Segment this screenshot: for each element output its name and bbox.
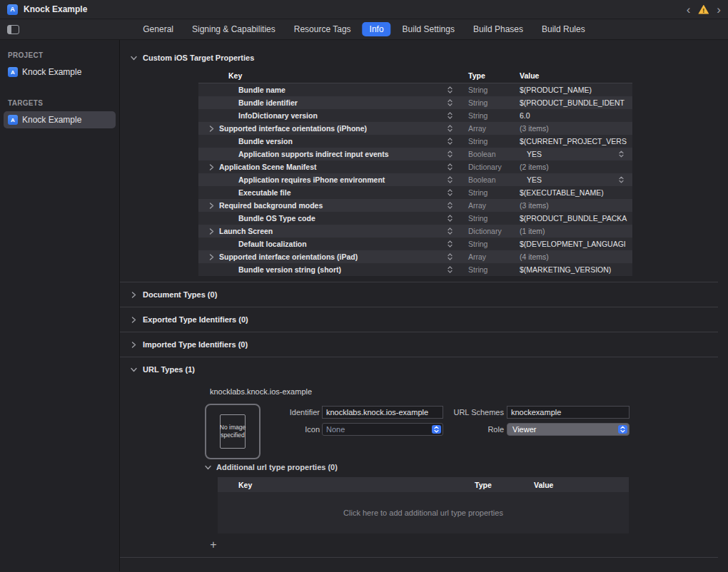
url-type-image-well[interactable]: No image specified [205,404,261,459]
row-type[interactable]: String [462,135,520,148]
additional-table-header: Key Type Value [218,477,629,492]
plist-row[interactable]: Bundle identifierString$(PRODUCT_BUNDLE_… [198,96,632,109]
stepper-icon[interactable] [448,138,453,145]
stepper-icon[interactable] [448,240,453,248]
plist-row[interactable]: Required background modesArray(3 items) [198,199,632,212]
warning-icon[interactable]: ! [698,5,709,14]
row-value[interactable]: YES [527,175,542,184]
target-icon: A [8,67,18,77]
stepper-icon[interactable] [448,202,453,210]
sidebar-item-knock-example[interactable]: AKnock Example [4,63,116,81]
row-type[interactable]: Boolean [462,173,520,186]
additional-properties-placeholder[interactable]: Click here to add additional url type pr… [218,492,629,533]
row-key: Bundle version string (short) [238,265,341,274]
plist-row[interactable]: Supported interface orientations (iPad)A… [198,250,632,263]
url-schemes-input[interactable] [507,406,630,419]
dropdown-arrows-icon [618,425,627,434]
row-value[interactable]: YES [527,150,542,158]
plist-row[interactable]: Application Scene ManifestDictionary(2 i… [198,160,632,173]
row-type[interactable]: Dictionary [462,225,520,238]
plist-row[interactable]: Supported interface orientations (iPhone… [198,122,632,135]
row-type[interactable]: String [462,96,520,109]
section-custom-ios-target-properties[interactable]: Custom iOS Target Properties [120,40,728,62]
tab-build-phases[interactable]: Build Phases [466,22,530,36]
tab-info[interactable]: Info [363,22,391,36]
icon-dropdown[interactable]: None [322,423,443,436]
stepper-icon[interactable] [448,176,453,184]
row-key: Launch Screen [219,227,273,235]
stepper-icon[interactable] [448,253,453,261]
stepper-icon[interactable] [448,112,453,120]
divider [120,557,718,558]
forward-button[interactable]: › [717,4,721,16]
plist-row[interactable]: Bundle version string (short)String$(MAR… [198,263,632,276]
stepper-icon[interactable] [448,150,453,158]
row-type[interactable]: Array [462,199,520,212]
section-url-types[interactable]: URL Types (1) [120,357,728,378]
tab-build-settings[interactable]: Build Settings [395,22,462,36]
section-exported-type-identifiers-0-[interactable]: Exported Type Identifiers (0) [120,307,728,332]
row-key: Bundle OS Type code [238,214,315,223]
plist-row[interactable]: Bundle versionString$(CURRENT_PROJECT_VE… [198,135,632,148]
row-type[interactable]: String [462,83,520,96]
tab-general[interactable]: General [136,22,181,36]
stepper-icon[interactable] [448,99,453,107]
tab-bar: GeneralSigning & CapabilitiesResource Ta… [136,22,592,36]
role-dropdown[interactable]: Viewer [507,423,630,436]
row-key: Application requires iPhone environment [238,175,385,184]
sidebar-toggle-icon[interactable] [7,25,19,34]
section-document-types-0-[interactable]: Document Types (0) [120,282,728,307]
tab-build-rules[interactable]: Build Rules [535,22,592,36]
plist-row[interactable]: Application supports indirect input even… [198,148,632,160]
row-type[interactable]: Dictionary [462,160,520,173]
row-type[interactable]: String [462,238,520,250]
row-value: $(CURRENT_PROJECT_VERS [520,137,627,145]
row-type[interactable]: Array [462,122,520,135]
disclosure-chevron-icon[interactable] [209,254,214,260]
plist-row[interactable]: Application requires iPhone environmentB… [198,173,632,186]
disclosure-chevron-icon[interactable] [209,228,214,235]
back-button[interactable]: ‹ [687,4,691,16]
identifier-input[interactable] [322,406,443,419]
app-icon: A [7,4,18,15]
tab-resource-tags[interactable]: Resource Tags [287,22,358,36]
row-key: Supported interface orientations (iPhone… [219,124,367,133]
stepper-icon[interactable] [619,176,624,183]
plist-row[interactable]: InfoDictionary versionString6.0 [198,109,632,122]
disclosure-chevron-icon[interactable] [209,164,214,170]
plist-row[interactable]: Launch ScreenDictionary(1 item) [198,225,632,238]
row-type[interactable]: Array [462,250,520,263]
plist-row[interactable]: Bundle OS Type codeString$(PRODUCT_BUNDL… [198,212,632,225]
row-type[interactable]: String [462,263,520,276]
stepper-icon[interactable] [448,163,453,171]
stepper-icon[interactable] [448,228,453,235]
additional-properties-header[interactable]: Additional url type properties (0) [205,463,338,471]
plist-row[interactable]: Bundle nameString$(PRODUCT_NAME) [198,83,632,96]
row-type[interactable]: String [462,186,520,199]
row-value: (2 items) [520,163,549,171]
add-url-type-button[interactable]: + [207,539,220,552]
sidebar: PROJECTAKnock ExampleTARGETSAKnock Examp… [0,40,120,571]
disclosure-chevron-icon[interactable] [209,203,214,209]
stepper-icon[interactable] [448,189,453,197]
row-type[interactable]: Boolean [462,148,520,160]
row-type[interactable]: String [462,109,520,122]
row-key: Supported interface orientations (iPad) [219,252,358,261]
tab-signing-capabilities[interactable]: Signing & Capabilities [185,22,283,36]
plist-table-header: Key Type Value [198,68,632,83]
row-value: $(DEVELOPMENT_LANGUAGI [520,240,626,248]
stepper-icon[interactable] [448,215,453,223]
sidebar-item-knock-example[interactable]: AKnock Example [4,111,116,128]
icon-label: Icon [266,425,320,434]
section-title: Exported Type Identifiers (0) [143,315,248,324]
stepper-icon[interactable] [448,266,453,274]
stepper-icon[interactable] [448,86,453,94]
plist-row[interactable]: Executable fileString$(EXECUTABLE_NAME) [198,186,632,199]
plist-row[interactable]: Default localizationString$(DEVELOPMENT_… [198,238,632,250]
stepper-icon[interactable] [619,150,624,158]
disclosure-chevron-icon[interactable] [209,126,214,132]
row-key: Default localization [238,240,307,248]
stepper-icon[interactable] [448,125,453,133]
row-type[interactable]: String [462,212,520,225]
section-imported-type-identifiers-0-[interactable]: Imported Type Identifiers (0) [120,332,728,357]
